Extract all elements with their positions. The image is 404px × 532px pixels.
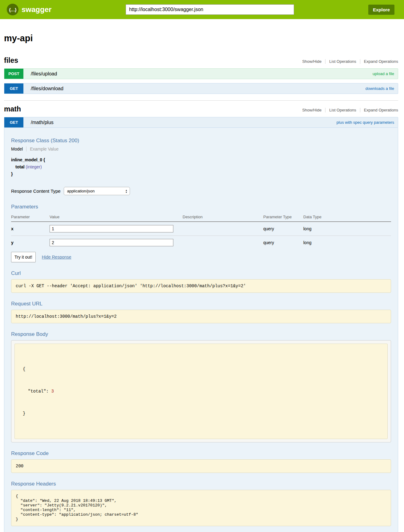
response-content-type-row: Response Content Type application/json ▲… bbox=[11, 187, 391, 195]
param-type: query bbox=[263, 236, 303, 250]
files-list-operations-link[interactable]: List Operations bbox=[325, 59, 360, 64]
hide-response-link[interactable]: Hide Response bbox=[42, 255, 71, 260]
logo-title: swagger bbox=[22, 5, 51, 14]
try-it-out-button[interactable]: Try it out! bbox=[11, 252, 36, 262]
page-title: my-api bbox=[4, 33, 398, 43]
operation-row-post-files-upload: POST /files/upload upload a file bbox=[4, 68, 398, 79]
select-updown-icon: ▲ ▼ bbox=[125, 189, 127, 193]
endpoint-path-link[interactable]: /files/upload bbox=[31, 71, 57, 77]
param-description bbox=[183, 222, 263, 236]
try-row: Try it out! Hide Response bbox=[11, 252, 391, 262]
select-selected-value: application/json bbox=[67, 189, 125, 193]
math-list-operations-link[interactable]: List Operations bbox=[325, 108, 360, 112]
response-code-heading: Response Code bbox=[11, 450, 391, 457]
swagger-logo[interactable]: {…} swagger bbox=[7, 4, 51, 15]
response-code-block: 200 bbox=[11, 459, 391, 473]
json-close-brace: } bbox=[23, 410, 379, 417]
response-headers-block: { "date": "Wed, 22 Aug 2018 18:49:13 GMT… bbox=[11, 490, 391, 526]
math-show-hide-link[interactable]: Show/Hide bbox=[298, 108, 325, 112]
model-signature: inline_model_0 { total (integer) } bbox=[11, 156, 391, 178]
param-description bbox=[183, 236, 263, 250]
operation-summary-link[interactable]: downloads a file bbox=[366, 86, 394, 91]
param-y-value-input[interactable] bbox=[50, 239, 173, 246]
response-content-type-label: Response Content Type bbox=[11, 188, 61, 194]
param-data-type: long bbox=[303, 236, 391, 250]
param-row-y: y query long bbox=[11, 236, 391, 250]
operation-row-get-math-plus: GET /math/plus plus with spec query para… bbox=[4, 117, 398, 128]
math-section-title[interactable]: math bbox=[4, 105, 21, 113]
files-show-hide-link[interactable]: Show/Hide bbox=[298, 59, 325, 64]
operation-summary-link[interactable]: plus with spec query parameters bbox=[337, 120, 394, 125]
operation-expanded-panel: Response Class (Status 200) Model Exampl… bbox=[4, 128, 398, 532]
main-content: my-api files Show/Hide List Operations E… bbox=[0, 33, 404, 532]
property-name: total bbox=[15, 164, 25, 169]
json-total-line: "total": 3 bbox=[23, 388, 379, 395]
response-content-type-select[interactable]: application/json ▲ ▼ bbox=[64, 187, 130, 195]
col-description: Description bbox=[183, 213, 263, 222]
request-url-heading: Request URL bbox=[11, 301, 391, 307]
swagger-braces-icon: {…} bbox=[7, 4, 18, 15]
request-url-block: http://localhost:3000/math/plus?x=1&y=2 bbox=[11, 310, 391, 323]
files-expand-operations-link[interactable]: Expand Operations bbox=[360, 59, 398, 64]
endpoint-path-link[interactable]: /math/plus bbox=[31, 120, 54, 125]
param-row-x: x query long bbox=[11, 222, 391, 236]
url-input-wrap bbox=[51, 4, 368, 15]
json-open-brace: { bbox=[23, 365, 379, 373]
model-open-line: inline_model_0 { bbox=[11, 156, 391, 163]
col-value: Value bbox=[50, 213, 183, 222]
param-x-value-input[interactable] bbox=[50, 225, 173, 232]
header-bar: {…} swagger Explore bbox=[0, 0, 404, 19]
curl-heading: Curl bbox=[11, 270, 391, 276]
param-name: y bbox=[11, 236, 50, 250]
col-parameter-type: Parameter Type bbox=[263, 213, 303, 222]
property-type: (integer) bbox=[26, 164, 42, 169]
section-header-math: math Show/Hide List Operations Expand Op… bbox=[4, 105, 398, 113]
model-property-line: total (integer) bbox=[11, 163, 391, 171]
response-headers-heading: Response Headers bbox=[11, 481, 391, 487]
section-divider bbox=[4, 100, 398, 101]
tab-example-value[interactable]: Example Value bbox=[26, 147, 59, 151]
endpoint-path-link[interactable]: /files/download bbox=[31, 86, 63, 91]
get-method-badge[interactable]: GET bbox=[4, 83, 23, 94]
response-class-heading: Response Class (Status 200) bbox=[11, 138, 391, 144]
param-name: x bbox=[11, 222, 50, 236]
api-url-input[interactable] bbox=[126, 4, 294, 15]
model-tabs: Model Example Value bbox=[11, 147, 391, 151]
response-body-heading: Response Body bbox=[11, 331, 391, 337]
explore-button[interactable]: Explore bbox=[368, 5, 394, 15]
operation-summary-link[interactable]: upload a file bbox=[373, 71, 394, 76]
response-body-panel: { "total": 3 } bbox=[11, 340, 391, 442]
parameters-table: Parameter Value Description Parameter Ty… bbox=[11, 213, 391, 249]
operation-get-math-plus: GET /math/plus plus with spec query para… bbox=[4, 117, 398, 532]
response-body-block: { "total": 3 } bbox=[14, 344, 388, 439]
col-parameter: Parameter bbox=[11, 213, 50, 222]
param-type: query bbox=[263, 222, 303, 236]
section-header-files: files Show/Hide List Operations Expand O… bbox=[4, 56, 398, 65]
model-close-line: } bbox=[11, 171, 391, 178]
curl-command-block: curl -X GET --header 'Accept: applicatio… bbox=[11, 279, 391, 293]
parameters-header-row: Parameter Value Description Parameter Ty… bbox=[11, 213, 391, 222]
col-data-type: Data Type bbox=[303, 213, 391, 222]
json-total-value: 3 bbox=[51, 389, 54, 394]
tab-model[interactable]: Model bbox=[11, 147, 26, 151]
operation-row-get-files-download: GET /files/download downloads a file bbox=[4, 83, 398, 94]
get-method-badge[interactable]: GET bbox=[4, 117, 23, 127]
files-section-title[interactable]: files bbox=[4, 56, 18, 65]
param-data-type: long bbox=[303, 222, 391, 236]
parameters-heading: Parameters bbox=[11, 204, 391, 210]
post-method-badge[interactable]: POST bbox=[4, 69, 23, 79]
math-expand-operations-link[interactable]: Expand Operations bbox=[360, 108, 398, 112]
